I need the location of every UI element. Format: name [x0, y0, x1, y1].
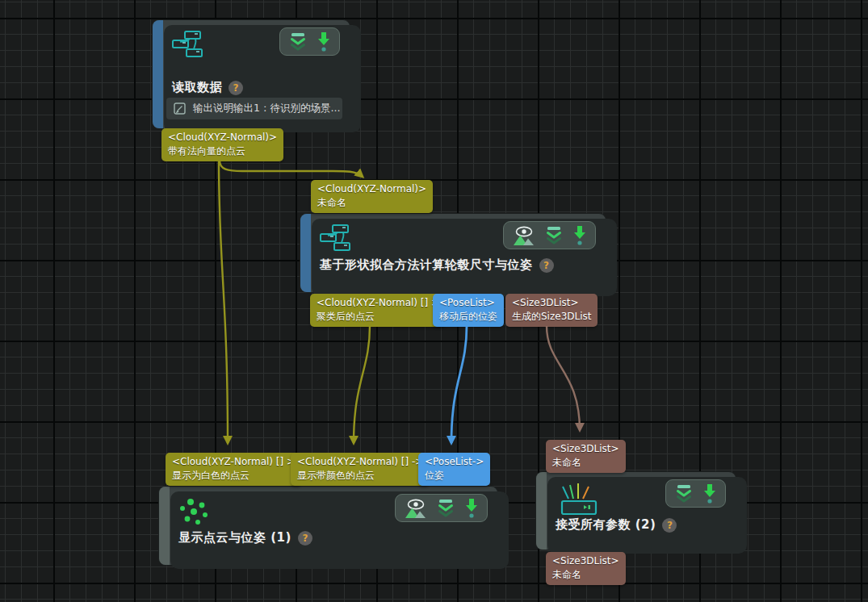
- port-name: 位姿: [425, 469, 484, 483]
- port-type: <Cloud(XYZ-Normal)>: [168, 131, 277, 144]
- help-badge[interactable]: ?: [539, 258, 554, 273]
- port-label[interactable]: <Cloud(XYZ-Normal) [] > 显示为白色的点云: [166, 453, 301, 486]
- port-name: 带有法向量的点云: [168, 144, 277, 158]
- node-accent-stripe: [159, 487, 170, 565]
- port-type: <Cloud(XYZ-Normal) [] >: [317, 296, 439, 310]
- node-accept-params[interactable]: 接受所有参数 (2) ?: [535, 471, 736, 550]
- node-shape-fit[interactable]: 基于形状拟合方法计算轮毂尺寸与位姿 ?: [300, 213, 606, 293]
- port-name: 显示带颜色的点云: [297, 469, 423, 483]
- node-accent-stripe: [300, 214, 311, 292]
- node-accent-stripe: [536, 472, 547, 550]
- port-label[interactable]: <PoseList> 移动后的位姿: [433, 294, 504, 327]
- edge-cloud-to-fit: [220, 161, 363, 177]
- help-badge[interactable]: ?: [298, 531, 312, 546]
- port-name: 未命名: [317, 196, 426, 210]
- expand-icon[interactable]: [289, 32, 307, 52]
- edit-icon: [174, 102, 186, 115]
- help-badge[interactable]: ?: [229, 81, 243, 95]
- help-badge[interactable]: ?: [662, 518, 677, 533]
- output-description-text: 输出说明输出1：待识别的场景...: [193, 102, 340, 115]
- port-name: 移动后的位姿: [439, 310, 497, 324]
- node-title: 基于形状拟合方法计算轮毂尺寸与位姿: [320, 257, 533, 273]
- node-toolbar: [395, 494, 488, 522]
- expand-icon[interactable]: [437, 499, 455, 518]
- port-type: <Cloud(XYZ-Normal)>: [317, 182, 426, 196]
- port-type: <Cloud(XYZ-Normal) [] >: [172, 455, 295, 469]
- node-title: 接受所有参数 (2): [556, 517, 656, 533]
- port-type: <Size3DList>: [552, 554, 619, 568]
- port-type: <Size3DList>: [512, 296, 591, 310]
- port-name: 显示为白色的点云: [172, 469, 295, 483]
- visualize-icon[interactable]: [513, 225, 535, 246]
- expand-icon[interactable]: [545, 226, 563, 245]
- port-label[interactable]: <Size3DList> 生成的Size3DList: [505, 294, 598, 327]
- node-toolbar: [665, 479, 726, 508]
- download-icon[interactable]: [703, 483, 716, 504]
- port-name: 聚类后的点云: [317, 310, 439, 324]
- port-label[interactable]: <Cloud(XYZ-Normal)> 未命名: [311, 180, 433, 213]
- node-read-data[interactable]: 读取数据 ? 输出说明输出1：待识别的场景...: [152, 19, 350, 129]
- download-icon[interactable]: [465, 498, 478, 519]
- port-label[interactable]: <Cloud(XYZ-Normal) [] -> 显示带颜色的点云: [291, 453, 430, 486]
- port-label[interactable]: <Size3DList> 未命名: [546, 552, 626, 585]
- node-accent-stripe: [153, 20, 163, 128]
- edge-size3d-to-accept: [547, 326, 580, 430]
- edge-clustered-to-color: [354, 326, 370, 443]
- camera-cluster-icon: [320, 224, 354, 254]
- node-graph-canvas[interactable]: 读取数据 ? 输出说明输出1：待识别的场景...: [0, 0, 868, 602]
- port-type: <PoseList->: [425, 455, 484, 469]
- port-label[interactable]: <Cloud(XYZ-Normal)> 带有法向量的点云: [161, 128, 283, 161]
- receiver-icon: [560, 482, 598, 519]
- port-type: <PoseList>: [439, 296, 497, 310]
- port-name: 未命名: [552, 568, 619, 582]
- point-cloud-icon: [178, 496, 211, 530]
- port-name: 生成的Size3DList: [512, 310, 591, 324]
- download-icon[interactable]: [317, 31, 330, 52]
- expand-icon[interactable]: [675, 484, 693, 504]
- port-type: <Size3DList>: [552, 442, 619, 456]
- node-title: 读取数据: [172, 80, 222, 95]
- visualize-icon[interactable]: [405, 498, 426, 519]
- node-title: 显示点云与位姿 (1): [178, 530, 291, 546]
- node-toolbar: [279, 27, 340, 56]
- output-description[interactable]: 输出说明输出1：待识别的场景...: [166, 98, 342, 119]
- edge-cloud-to-white: [219, 161, 228, 443]
- camera-cluster-icon: [172, 30, 206, 61]
- port-label[interactable]: <PoseList-> 位姿: [418, 453, 490, 486]
- port-type: <Cloud(XYZ-Normal) [] ->: [297, 455, 423, 469]
- node-toolbar: [503, 221, 596, 249]
- port-label[interactable]: <Cloud(XYZ-Normal) [] > 聚类后的点云: [310, 294, 446, 327]
- port-name: 未命名: [552, 456, 619, 470]
- download-icon[interactable]: [573, 225, 586, 246]
- node-show-cloud-pose[interactable]: 显示点云与位姿 (1) ?: [158, 486, 498, 566]
- port-label[interactable]: <Size3DList> 未命名: [546, 440, 626, 473]
- edge-poselist-to-pose: [451, 326, 467, 443]
